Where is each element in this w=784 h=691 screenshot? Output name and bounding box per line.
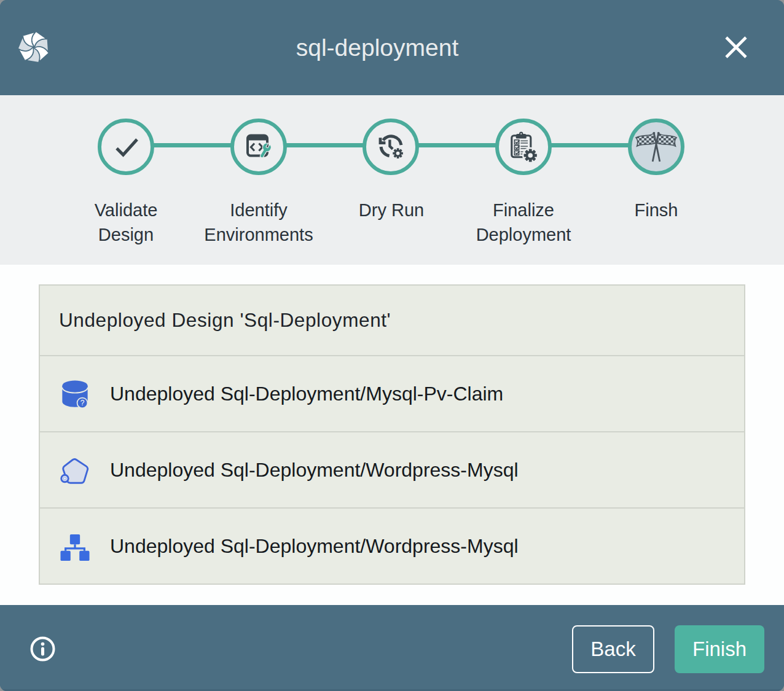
svg-text:?: ?: [80, 399, 85, 407]
